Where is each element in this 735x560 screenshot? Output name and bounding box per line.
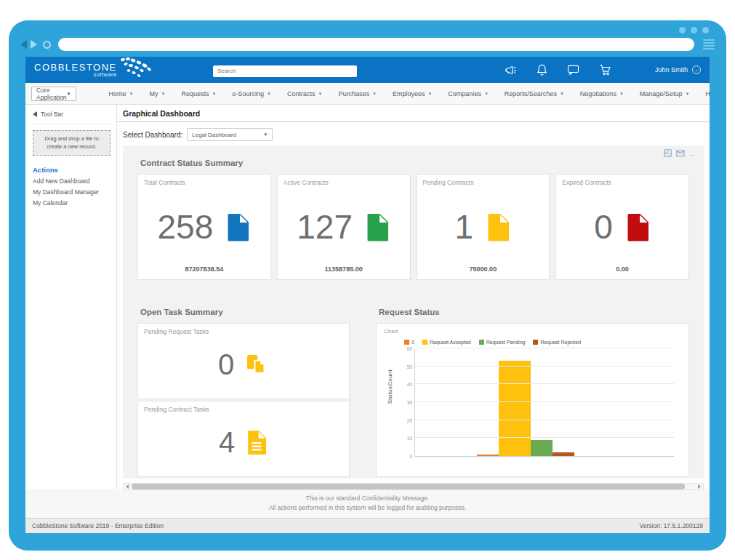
action-my-calendar[interactable]: My Calendar: [33, 199, 111, 207]
collapse-left-icon: [33, 111, 37, 117]
card-count: 0: [594, 210, 613, 244]
nav-item-manage-setup[interactable]: Manage/Setup▼: [632, 90, 698, 97]
scrollbar-thumb[interactable]: [132, 484, 685, 489]
scrollbar-track[interactable]: [132, 484, 695, 489]
chevron-down-icon: ▼: [318, 92, 322, 96]
address-bar[interactable]: [58, 38, 694, 51]
dashboard-select[interactable]: Legal Dashboard ▼: [187, 128, 273, 141]
search-input[interactable]: [213, 65, 357, 77]
chevron-down-icon: ▼: [212, 92, 216, 96]
scroll-right-icon[interactable]: [698, 484, 701, 489]
back-icon[interactable]: [20, 40, 27, 49]
horizontal-scrollbar[interactable]: [123, 483, 704, 490]
chart-export-icon[interactable]: [664, 149, 672, 157]
file-dropzone[interactable]: Drag and drop a file to create a new rec…: [33, 130, 111, 156]
card-pending-contracts: Pending Contracts 1 75000.00: [417, 174, 550, 280]
card-value: 11358785.00: [278, 265, 410, 273]
legend-swatch-icon: [533, 340, 538, 345]
document-lines-icon: [245, 430, 268, 455]
user-menu[interactable]: John Smith ⌄: [655, 65, 701, 74]
chevron-down-icon: ▼: [619, 92, 624, 96]
logo-subtitle: software: [93, 71, 116, 78]
notifications-icon[interactable]: [537, 64, 547, 76]
reload-icon[interactable]: [43, 41, 51, 49]
chart-label: Chart: [384, 328, 681, 335]
card-total-contracts: Total Contracts 258 87207838.54: [137, 174, 271, 280]
nav-item-help[interactable]: Help▼: [697, 90, 710, 97]
bar-request-rejected: [553, 452, 574, 456]
document-icon: [364, 212, 390, 241]
bar-request-accepted: [499, 361, 531, 456]
card-value: 0.00: [556, 265, 688, 273]
nav-item-label: Requests: [181, 90, 209, 97]
toolbar-collapse-toggle[interactable]: Tool Bar: [33, 111, 111, 124]
page-title: Graphical Dashboard: [117, 105, 710, 122]
gridline: [415, 401, 674, 402]
browser-chrome: [9, 34, 726, 55]
y-tick-label: 40: [398, 382, 412, 387]
card-value: 87207838.54: [138, 265, 270, 273]
user-chevron-down-icon: ⌄: [692, 65, 701, 74]
bar-0: [477, 455, 499, 456]
nav-item-negotiations[interactable]: Negotiations▼: [572, 90, 632, 97]
scroll-left-icon[interactable]: [126, 484, 129, 489]
gridline: [415, 366, 674, 367]
legend-item: Request Pending: [479, 340, 526, 345]
menu-bar: Core Application ▼ Home▼My▼Requests▼e-So…: [25, 83, 710, 105]
nav-item-purchases[interactable]: Purchases▼: [330, 90, 384, 97]
legend-swatch-icon: [404, 340, 409, 345]
dashboard-panel: … Contract Status Summary Total Contract…: [123, 145, 704, 479]
nav-item-my[interactable]: My▼: [142, 90, 174, 97]
card-count: 0: [218, 350, 234, 379]
status-bar: CobbleStone Software 2019 - Enterprise E…: [25, 518, 710, 533]
select-dashboard-label: Select Dashboard:: [123, 131, 182, 139]
chevron-down-icon: ▼: [129, 92, 134, 96]
user-name: John Smith: [655, 66, 688, 73]
cobblestone-dots-icon: [119, 57, 152, 79]
bar-request-pending: [531, 440, 553, 456]
app-window: COBBLESTONE software: [25, 57, 710, 533]
nav-item-label: Reports/Searches: [505, 90, 557, 97]
nav-item-e-sourcing[interactable]: e-Sourcing▼: [224, 90, 278, 97]
action-my-dashboard-manager[interactable]: My Dashboard Manager: [33, 188, 111, 196]
nav-item-label: Help: [705, 90, 710, 97]
gridline: [415, 437, 674, 438]
legend-item: 0: [404, 340, 414, 345]
chevron-down-icon: ▼: [263, 132, 268, 137]
y-tick-label: 10: [398, 436, 412, 441]
actions-title: Actions: [33, 166, 111, 174]
forward-icon[interactable]: [31, 40, 37, 49]
legend-item: Request Rejected: [533, 340, 581, 345]
cart-icon[interactable]: [599, 64, 611, 76]
legend-swatch-icon: [479, 340, 484, 345]
messages-icon[interactable]: [567, 65, 579, 75]
workspace-select[interactable]: Core Application ▼: [31, 87, 76, 101]
nav-item-companies[interactable]: Companies▼: [440, 90, 496, 97]
action-add-new-dashboard[interactable]: Add New Dashboard: [33, 177, 111, 185]
browser-frame: COBBLESTONE software: [9, 20, 726, 551]
card-count: 1: [455, 210, 474, 244]
confidentiality-line2: All actions performed in this system wil…: [25, 503, 710, 513]
request-status-chart-card: Chart 0Request AcceptedRequest PendingRe…: [376, 323, 689, 477]
gridline: [415, 383, 674, 384]
nav-item-employees[interactable]: Employees▼: [385, 90, 440, 97]
dashboard-select-value: Legal Dashboard: [192, 132, 236, 138]
chevron-down-icon: ▼: [161, 92, 166, 96]
gridline: [415, 420, 674, 420]
mail-icon[interactable]: [676, 150, 685, 157]
card-expired-contracts: Expired Contracts 0 0.00: [555, 174, 689, 280]
nav-item-contracts[interactable]: Contracts▼: [279, 90, 330, 97]
menu-icon[interactable]: [703, 39, 715, 49]
card-count: 258: [158, 210, 214, 244]
overflow-menu-icon[interactable]: …: [689, 151, 696, 156]
chart-plot: 0102030405060: [414, 349, 674, 457]
nav-item-home[interactable]: Home▼: [101, 90, 142, 97]
y-tick-label: 60: [398, 346, 412, 351]
workspace-select-value: Core Application: [36, 87, 67, 101]
contract-cards-row: Total Contracts 258 87207838.54: [137, 174, 689, 280]
nav-item-reports-searches[interactable]: Reports/Searches▼: [497, 90, 572, 97]
announcements-icon[interactable]: [505, 65, 517, 76]
chevron-down-icon: ▼: [267, 92, 271, 96]
nav-item-requests[interactable]: Requests▼: [173, 90, 224, 97]
nav-item-label: Employees: [393, 90, 425, 97]
